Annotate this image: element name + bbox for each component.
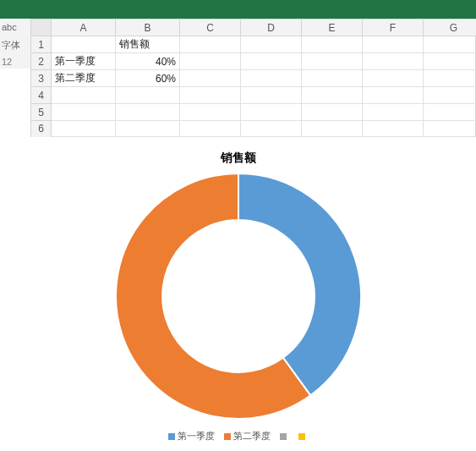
cell-C5[interactable] — [180, 104, 241, 121]
cell-G2[interactable] — [424, 53, 477, 70]
col-header-G[interactable]: G — [424, 19, 477, 36]
cell-G3[interactable] — [424, 70, 477, 87]
legend-label-0: 第一季度 — [178, 431, 215, 441]
row-header-1[interactable]: 1 — [31, 36, 52, 53]
legend-item-3 — [298, 431, 308, 441]
legend-label-1: 第二季度 — [233, 431, 271, 441]
cell-E5[interactable] — [302, 104, 363, 121]
cell-C1[interactable] — [180, 36, 241, 53]
cell-B4[interactable] — [116, 87, 180, 104]
col-header-E[interactable]: E — [302, 19, 363, 36]
ribbon-group-font: 字体 — [0, 36, 30, 55]
col-header-B[interactable]: B — [116, 19, 180, 36]
col-header-A[interactable]: A — [52, 19, 116, 36]
chart-area[interactable]: 销售额 第一季度 第二季度 — [0, 137, 476, 451]
cell-F4[interactable] — [363, 87, 424, 104]
row-header-2[interactable]: 2 — [31, 53, 52, 70]
row-header-5[interactable]: 5 — [31, 104, 52, 121]
cell-B1[interactable]: 销售额 — [116, 36, 180, 53]
spreadsheet[interactable]: A B C D E F G 1 销售额 2 第一季度 40% 3 第二季度 60… — [30, 19, 476, 137]
ribbon-group-size: 12 — [0, 55, 30, 69]
cell-D3[interactable] — [241, 70, 302, 87]
cell-F3[interactable] — [363, 70, 424, 87]
chart-title: 销售额 — [0, 151, 476, 164]
name-box-hint: abc — [0, 19, 30, 36]
cell-E3[interactable] — [302, 70, 363, 87]
cell-F5[interactable] — [363, 104, 424, 121]
legend-swatch-3 — [298, 433, 305, 440]
cell-D4[interactable] — [241, 87, 302, 104]
cell-A2[interactable]: 第一季度 — [52, 53, 116, 70]
row-header-3[interactable]: 3 — [31, 70, 52, 87]
select-all-corner[interactable] — [31, 19, 52, 36]
chart-legend: 第一季度 第二季度 — [0, 430, 476, 443]
legend-swatch-0 — [168, 433, 175, 440]
legend-item-1: 第二季度 — [224, 430, 271, 443]
cell-A1[interactable] — [52, 36, 116, 53]
ribbon-left-gutter: abc 字体 12 — [0, 19, 30, 69]
row-header-4[interactable]: 4 — [31, 87, 52, 104]
col-header-D[interactable]: D — [241, 19, 302, 36]
cell-E1[interactable] — [302, 36, 363, 53]
legend-swatch-2 — [280, 433, 287, 440]
legend-swatch-1 — [224, 433, 231, 440]
cell-E2[interactable] — [302, 53, 363, 70]
cell-B5[interactable] — [116, 104, 180, 121]
cell-G1[interactable] — [424, 36, 477, 53]
cell-C4[interactable] — [180, 87, 241, 104]
cell-A3[interactable]: 第二季度 — [52, 70, 116, 87]
cell-C3[interactable] — [180, 70, 241, 87]
cell-A5[interactable] — [52, 104, 116, 121]
legend-item-0: 第一季度 — [168, 430, 215, 443]
row-header-6[interactable]: 6 — [31, 121, 52, 137]
cell-F2[interactable] — [363, 53, 424, 70]
cell-A4[interactable] — [52, 87, 116, 104]
donut-slice-0[interactable] — [238, 173, 361, 395]
cell-F1[interactable] — [363, 36, 424, 53]
cell-B2[interactable]: 40% — [116, 53, 180, 70]
donut-chart[interactable] — [112, 169, 365, 423]
cell-D1[interactable] — [241, 36, 302, 53]
cell-B3[interactable]: 60% — [116, 70, 180, 87]
cell-D2[interactable] — [241, 53, 302, 70]
col-header-F[interactable]: F — [363, 19, 424, 36]
legend-item-2 — [280, 431, 289, 441]
cell-C2[interactable] — [180, 53, 241, 70]
cell-D5[interactable] — [241, 104, 302, 121]
col-header-C[interactable]: C — [180, 19, 241, 36]
cell-G5[interactable] — [424, 104, 477, 121]
ribbon-bar — [0, 0, 476, 19]
cell-E4[interactable] — [302, 87, 363, 104]
cell-G4[interactable] — [424, 87, 477, 104]
